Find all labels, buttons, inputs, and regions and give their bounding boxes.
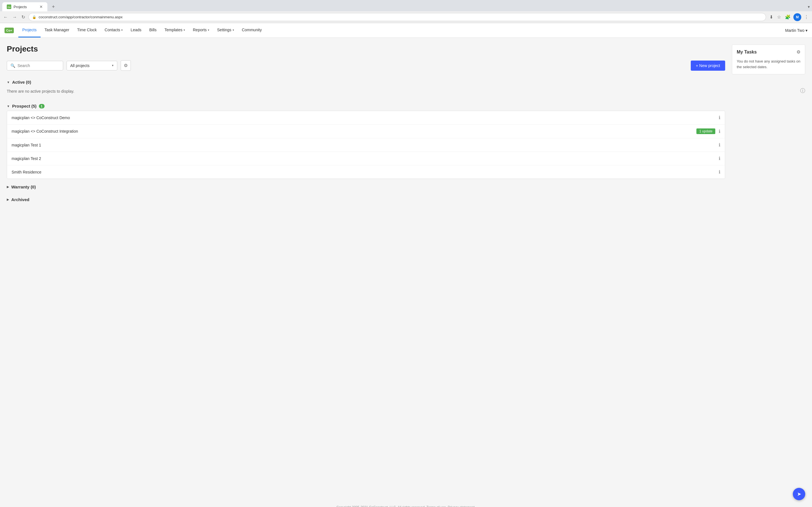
- address-bar[interactable]: 🔒 coconstruct.com/app/contractor/conmain…: [29, 13, 766, 21]
- project-info-icon[interactable]: ℹ: [719, 142, 720, 148]
- section-chevron-archived: ▶: [7, 198, 9, 202]
- sections-container: ▼Active (0)There are no active projects …: [7, 76, 725, 204]
- menu-button[interactable]: ⋮: [803, 13, 810, 21]
- svg-text:Co: Co: [8, 6, 11, 8]
- navigation-arrow-button[interactable]: ➤: [793, 488, 805, 500]
- section-chevron-warranty: ▶: [7, 185, 9, 189]
- section-title-archived: Archived: [11, 197, 29, 202]
- page-content: Projects 🔍 All projects ▾ ⚙ + New projec…: [0, 38, 812, 500]
- section-warranty: ▶Warranty (0): [7, 181, 725, 191]
- nav-items: ProjectsTask ManagerTime ClockContacts ▾…: [18, 23, 785, 38]
- lock-icon: 🔒: [32, 15, 36, 19]
- toolbar: 🔍 All projects ▾ ⚙ + New project: [7, 60, 725, 71]
- nav-item-chevron: ▾: [208, 29, 209, 32]
- forward-button[interactable]: →: [11, 13, 18, 21]
- page-title: Projects: [7, 45, 725, 54]
- nav-user[interactable]: Martin Two ▾: [785, 28, 808, 33]
- nav-item-community[interactable]: Community: [238, 23, 266, 38]
- filter-label: All projects: [70, 63, 89, 68]
- back-button[interactable]: ←: [2, 13, 9, 21]
- nav-item-chevron: ▾: [184, 29, 185, 32]
- project-name: magicplan <> CoConstruct Demo: [11, 115, 719, 120]
- project-name: magicplan Test 2: [11, 156, 719, 161]
- nav-user-chevron: ▾: [806, 28, 808, 33]
- active-tab[interactable]: Co Projects ✕: [2, 2, 47, 11]
- tasks-title: My Tasks: [737, 50, 757, 55]
- nav-item-projects[interactable]: Projects: [18, 23, 41, 38]
- tab-bar: Co Projects ✕ + ▾: [0, 0, 812, 11]
- filter-chevron: ▾: [112, 64, 114, 67]
- app-nav: Co+ ProjectsTask ManagerTime ClockContac…: [0, 23, 812, 38]
- project-row[interactable]: magicplan <> CoConstruct Demoℹ: [7, 111, 725, 124]
- project-info-icon[interactable]: ℹ: [719, 115, 720, 120]
- tasks-sidebar: My Tasks ⚙ You do not have any assigned …: [732, 45, 805, 493]
- privacy-link[interactable]: Privacy statement.: [448, 505, 476, 507]
- chrome-user-avatar[interactable]: M: [794, 13, 801, 21]
- bookmark-button[interactable]: ☆: [776, 13, 782, 21]
- download-button[interactable]: ⬇: [768, 13, 774, 21]
- section-header-warranty[interactable]: ▶Warranty (0): [7, 181, 725, 191]
- new-tab-button[interactable]: +: [50, 3, 57, 11]
- nav-item-templates[interactable]: Templates ▾: [160, 23, 189, 38]
- tab-dropdown-button[interactable]: ▾: [808, 4, 810, 9]
- section-archived: ▶Archived: [7, 194, 725, 204]
- nav-item-contacts[interactable]: Contacts ▾: [101, 23, 126, 38]
- close-tab-button[interactable]: ✕: [40, 4, 43, 9]
- nav-arrow-icon: ➤: [797, 491, 801, 497]
- nav-item-reports[interactable]: Reports ▾: [189, 23, 213, 38]
- filter-dropdown[interactable]: All projects ▾: [66, 61, 117, 70]
- tasks-panel: My Tasks ⚙ You do not have any assigned …: [732, 45, 805, 74]
- section-active: ▼Active (0)There are no active projects …: [7, 76, 725, 98]
- page-body: Projects 🔍 All projects ▾ ⚙ + New projec…: [0, 38, 812, 500]
- section-header-active[interactable]: ▼Active (0): [7, 76, 725, 87]
- project-list-prospect: magicplan <> CoConstruct Demoℹmagicplan …: [7, 111, 725, 179]
- project-update-badge: 1 update: [696, 128, 715, 134]
- project-row[interactable]: magicplan <> CoConstruct Integration1 up…: [7, 124, 725, 138]
- section-title-prospect: Prospect (5): [12, 104, 37, 108]
- section-chevron-prospect: ▼: [7, 105, 10, 108]
- browser-chrome: Co Projects ✕ + ▾ ← → ↻ 🔒 coconstruct.co…: [0, 0, 812, 23]
- terms-link[interactable]: Terms of use.: [426, 505, 447, 507]
- help-icon[interactable]: ⓘ: [800, 87, 805, 94]
- extensions-button[interactable]: 🧩: [784, 13, 792, 21]
- project-row[interactable]: Smith Residenceℹ: [7, 165, 725, 179]
- url-display: coconstruct.com/app/contractor/conmainme…: [39, 15, 762, 19]
- nav-item-settings[interactable]: Settings ▾: [213, 23, 238, 38]
- footer: Copyright 2005-2021 CoConstruct, LLC. Al…: [0, 500, 812, 507]
- main-content: Projects 🔍 All projects ▾ ⚙ + New projec…: [7, 45, 725, 493]
- nav-item-time-clock[interactable]: Time Clock: [73, 23, 101, 38]
- section-empty-active: There are no active projects to display.: [7, 87, 725, 98]
- nav-item-bills[interactable]: Bills: [146, 23, 161, 38]
- project-info-icon[interactable]: ℹ: [719, 156, 720, 161]
- new-project-button[interactable]: + New project: [691, 61, 725, 71]
- section-title-active: Active (0): [12, 80, 31, 84]
- tasks-empty-message: You do not have any assigned tasks on th…: [737, 59, 801, 69]
- section-title-warranty: Warranty (0): [11, 184, 36, 189]
- search-icon: 🔍: [10, 63, 15, 68]
- search-box[interactable]: 🔍: [7, 61, 63, 70]
- tab-title: Projects: [13, 5, 37, 9]
- project-info-icon[interactable]: ℹ: [719, 169, 720, 175]
- project-name: magicplan <> CoConstruct Integration: [11, 129, 696, 133]
- nav-item-task-manager[interactable]: Task Manager: [41, 23, 73, 38]
- project-name: magicplan Test 1: [11, 143, 719, 147]
- search-input[interactable]: [17, 63, 57, 68]
- nav-user-name: Martin Two: [785, 28, 804, 33]
- section-header-archived[interactable]: ▶Archived: [7, 194, 725, 204]
- project-row[interactable]: magicplan Test 1ℹ: [7, 138, 725, 152]
- app-logo[interactable]: Co+: [4, 27, 14, 33]
- tasks-header: My Tasks ⚙: [737, 49, 801, 55]
- section-header-prospect[interactable]: ▼Prospect (5)1: [7, 100, 725, 111]
- tasks-gear-icon[interactable]: ⚙: [797, 49, 801, 55]
- reload-button[interactable]: ↻: [20, 13, 26, 21]
- section-prospect: ▼Prospect (5)1magicplan <> CoConstruct D…: [7, 100, 725, 179]
- copyright-text: Copyright 2005-2021 CoConstruct, LLC. Al…: [336, 505, 425, 507]
- settings-gear-button[interactable]: ⚙: [121, 60, 131, 71]
- section-chevron-active: ▼: [7, 80, 10, 84]
- nav-item-leads[interactable]: Leads: [126, 23, 145, 38]
- project-row[interactable]: magicplan Test 2ℹ: [7, 152, 725, 165]
- project-info-icon[interactable]: ℹ: [719, 129, 720, 134]
- address-bar-row: ← → ↻ 🔒 coconstruct.com/app/contractor/c…: [0, 11, 812, 23]
- nav-item-chevron: ▾: [121, 29, 123, 32]
- browser-actions: ⬇ ☆ 🧩 M ⋮: [768, 13, 810, 21]
